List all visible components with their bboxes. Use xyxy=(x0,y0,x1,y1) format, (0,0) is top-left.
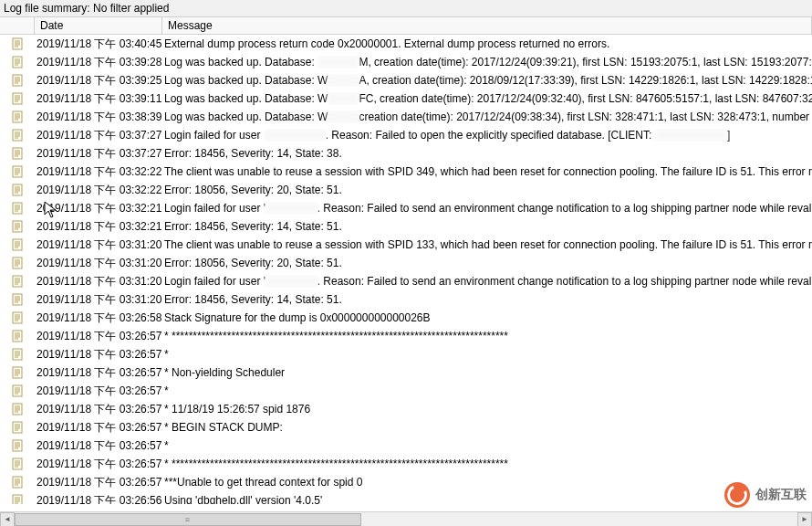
log-row[interactable]: 2019/11/18 下午 03:26:57* xyxy=(0,345,812,363)
svg-rect-65 xyxy=(13,276,22,287)
log-row[interactable]: 2019/11/18 下午 03:26:56Using 'dbghelp.dll… xyxy=(0,491,812,504)
log-message: * 11/18/19 15:26:57 spid 1876 xyxy=(162,403,812,416)
svg-rect-45 xyxy=(13,203,22,214)
log-row[interactable]: 2019/11/18 下午 03:37:27Login failed for u… xyxy=(0,126,812,144)
svg-rect-50 xyxy=(13,221,22,232)
log-row[interactable]: 2019/11/18 下午 03:26:57* Non-yielding Sch… xyxy=(0,363,812,382)
log-date: 2019/11/18 下午 03:31:20 xyxy=(35,292,162,308)
svg-rect-5 xyxy=(13,57,22,68)
log-entry-icon xyxy=(0,293,35,306)
horizontal-scrollbar[interactable]: ◄ ≡ ► xyxy=(0,511,812,526)
svg-rect-20 xyxy=(13,111,22,122)
log-entry-icon xyxy=(0,220,35,233)
svg-rect-75 xyxy=(13,312,22,323)
redacted-text: WWWWW xyxy=(265,275,318,288)
log-entry-icon xyxy=(0,129,35,142)
scroll-left-button[interactable]: ◄ xyxy=(0,512,15,527)
redacted-text: WWW xyxy=(328,74,359,87)
redacted-text: WWWWW xyxy=(265,202,318,215)
svg-rect-15 xyxy=(13,93,22,104)
svg-rect-105 xyxy=(13,422,22,433)
log-body: 2019/11/18 下午 03:40:45External dump proc… xyxy=(0,35,812,504)
log-row[interactable]: 2019/11/18 下午 03:31:20The client was una… xyxy=(0,236,812,254)
log-message: Using 'dbghelp.dll' version '4.0.5' xyxy=(162,494,812,504)
summary-text: Log file summary: No filter applied xyxy=(4,2,169,15)
log-entry-icon xyxy=(0,56,35,68)
column-header-row: Date Message xyxy=(0,17,812,35)
log-row[interactable]: 2019/11/18 下午 03:32:21Error: 18456, Seve… xyxy=(0,217,812,236)
log-row[interactable]: 2019/11/18 下午 03:31:20Error: 18056, Seve… xyxy=(0,254,812,272)
log-entry-icon xyxy=(0,330,35,342)
log-entry-icon xyxy=(0,147,35,160)
header-date-column[interactable]: Date xyxy=(35,17,162,34)
log-row[interactable]: 2019/11/18 下午 03:26:58Stack Signature fo… xyxy=(0,309,812,327)
log-message: Log was backed up. Database: WWWWA, crea… xyxy=(162,74,812,87)
svg-rect-55 xyxy=(13,239,22,250)
log-row[interactable]: 2019/11/18 下午 03:39:25Log was backed up.… xyxy=(0,71,812,89)
svg-rect-40 xyxy=(13,184,22,195)
log-message: * Non-yielding Scheduler xyxy=(162,366,812,379)
log-entry-icon xyxy=(0,421,35,434)
watermark-text: 创新互联 xyxy=(755,487,807,503)
log-row[interactable]: 2019/11/18 下午 03:26:57* 11/18/19 15:26:5… xyxy=(0,400,812,418)
svg-rect-110 xyxy=(13,440,22,451)
log-row[interactable]: 2019/11/18 下午 03:26:57* xyxy=(0,437,812,455)
svg-rect-0 xyxy=(13,38,22,49)
log-message: Log was backed up. Database: WWWWcreatio… xyxy=(162,110,812,123)
log-date: 2019/11/18 下午 03:26:57 xyxy=(35,402,162,417)
log-row[interactable]: 2019/11/18 下午 03:37:27Error: 18456, Seve… xyxy=(0,144,812,163)
log-row[interactable]: 2019/11/18 下午 03:26:57* BEGIN STACK DUMP… xyxy=(0,418,812,437)
svg-rect-25 xyxy=(13,130,22,141)
scroll-thumb[interactable]: ≡ xyxy=(15,513,361,526)
log-date: 2019/11/18 下午 03:26:57 xyxy=(35,365,162,381)
log-row[interactable]: 2019/11/18 下午 03:31:20Error: 18456, Seve… xyxy=(0,290,812,309)
log-row[interactable]: 2019/11/18 下午 03:26:57* xyxy=(0,382,812,400)
log-row[interactable]: 2019/11/18 下午 03:31:20Login failed for u… xyxy=(0,272,812,290)
svg-rect-100 xyxy=(13,404,22,415)
log-message: The client was unable to reuse a session… xyxy=(162,238,812,251)
log-row[interactable]: 2019/11/18 下午 03:38:39Log was backed up.… xyxy=(0,108,812,126)
log-row[interactable]: 2019/11/18 下午 03:32:22The client was una… xyxy=(0,163,812,181)
log-message: Error: 18056, Severity: 20, State: 51. xyxy=(162,184,812,196)
log-row[interactable]: 2019/11/18 下午 03:26:57* ****************… xyxy=(0,327,812,345)
log-row[interactable]: 2019/11/18 下午 03:26:57***Unable to get t… xyxy=(0,473,812,491)
log-date: 2019/11/18 下午 03:26:57 xyxy=(35,475,162,490)
log-entry-icon xyxy=(0,110,35,123)
log-message: External dump process return code 0x2000… xyxy=(162,37,812,50)
redacted-text: WWW xyxy=(328,92,359,105)
log-entry-icon xyxy=(0,348,35,361)
svg-rect-120 xyxy=(13,477,22,488)
log-date: 2019/11/18 下午 03:26:57 xyxy=(35,457,162,472)
header-icon-column[interactable] xyxy=(0,17,35,34)
log-date: 2019/11/18 下午 03:32:22 xyxy=(35,183,162,198)
header-message-column[interactable]: Message xyxy=(162,17,812,34)
log-message: Error: 18056, Severity: 20, State: 51. xyxy=(162,257,812,269)
log-row[interactable]: 2019/11/18 下午 03:40:45External dump proc… xyxy=(0,35,812,53)
log-date: 2019/11/18 下午 03:26:57 xyxy=(35,384,162,399)
log-row[interactable]: 2019/11/18 下午 03:32:21Login failed for u… xyxy=(0,199,812,217)
svg-rect-60 xyxy=(13,258,22,268)
log-date: 2019/11/18 下午 03:39:11 xyxy=(35,91,162,107)
log-entry-icon xyxy=(0,74,35,87)
scroll-right-button[interactable]: ► xyxy=(797,512,812,527)
log-date: 2019/11/18 下午 03:26:57 xyxy=(35,420,162,436)
log-date: 2019/11/18 下午 03:32:21 xyxy=(35,201,162,216)
log-row[interactable]: 2019/11/18 下午 03:26:57* ****************… xyxy=(0,455,812,473)
watermark: 创新互联 xyxy=(724,482,807,508)
svg-rect-90 xyxy=(13,367,22,378)
log-entry-icon xyxy=(0,311,35,324)
log-date: 2019/11/18 下午 03:38:39 xyxy=(35,110,162,125)
log-row[interactable]: 2019/11/18 下午 03:39:11Log was backed up.… xyxy=(0,89,812,108)
log-date: 2019/11/18 下午 03:26:57 xyxy=(35,329,162,344)
log-entry-icon xyxy=(0,439,35,452)
log-date: 2019/11/18 下午 03:31:20 xyxy=(35,237,162,253)
scroll-track[interactable]: ≡ xyxy=(15,512,797,527)
svg-rect-35 xyxy=(13,166,22,177)
log-message: Error: 18456, Severity: 14, State: 38. xyxy=(162,147,812,160)
log-row[interactable]: 2019/11/18 下午 03:39:28Log was backed up.… xyxy=(0,53,812,71)
log-entry-icon xyxy=(0,37,35,50)
log-entry-icon xyxy=(0,384,35,397)
log-entry-icon xyxy=(0,238,35,251)
log-message: Login failed for user 'WWWWW. Reason: Fa… xyxy=(162,202,812,215)
log-row[interactable]: 2019/11/18 下午 03:32:22Error: 18056, Seve… xyxy=(0,181,812,199)
